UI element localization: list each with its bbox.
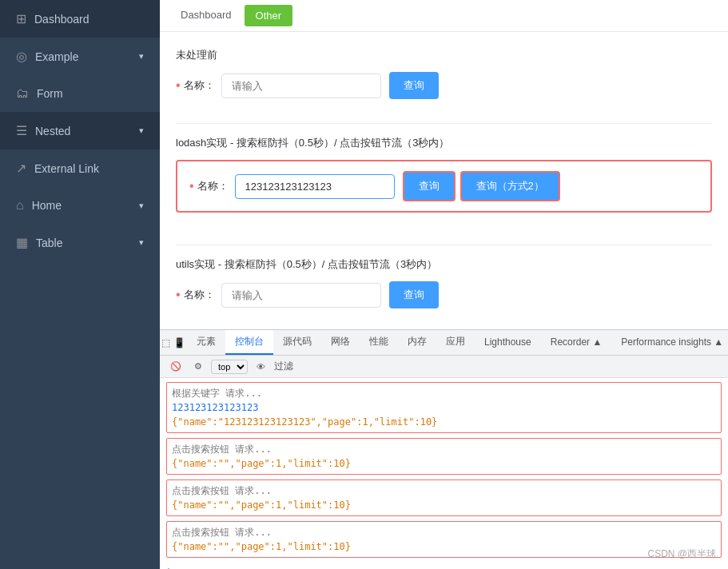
devtools-tab-performance[interactable]: 性能 <box>360 330 398 355</box>
highlighted-form-row: • 名称： 查询 查询（方式2） <box>176 160 712 213</box>
sidebar-item-label: Dashboard <box>34 13 144 26</box>
sidebar-item-label: Nested <box>35 125 139 137</box>
label-text: 名称： <box>197 179 229 193</box>
devtools-tab-lighthouse[interactable]: Lighthouse <box>475 330 541 355</box>
name-input-lodash[interactable] <box>235 174 395 199</box>
devtools-inspect-icon[interactable]: ⬚ <box>160 336 172 350</box>
sidebar-item-example[interactable]: ◎ Example ▾ <box>0 38 160 75</box>
app-wrapper: ⊞ Dashboard ◎ Example ▾ 🗂 Form ☰ Nested … <box>0 0 728 569</box>
example-icon: ◎ <box>16 49 27 64</box>
sidebar-item-label: Table <box>36 237 139 249</box>
section-unprocessed: 未处理前 • 名称： 查询 <box>176 44 712 107</box>
form-label-utils: • 名称： <box>176 288 215 302</box>
eye-icon[interactable]: 👁 <box>253 360 269 373</box>
sidebar-item-external-link[interactable]: ↗ External Link <box>0 149 160 187</box>
section-title-utils: utils实现 - 搜索框防抖（0.5秒）/ 点击按钮节流（3秒内） <box>176 257 712 272</box>
table-icon: ▦ <box>16 235 28 250</box>
clear-console-icon[interactable]: 🚫 <box>166 360 185 373</box>
chevron-down-icon: ▾ <box>139 125 144 136</box>
external-link-icon: ↗ <box>16 161 26 176</box>
top-tabs-bar: Dashboard Other <box>160 0 728 32</box>
nested-icon: ☰ <box>16 123 27 138</box>
tab-dashboard[interactable]: Dashboard <box>168 1 245 30</box>
console-line: {"name":"","page":1,"limit":10} <box>172 456 716 471</box>
console-line: {"name":"","page":1,"limit":10} <box>172 498 716 512</box>
form-row-utils: • 名称： 查询 <box>176 281 712 308</box>
sidebar-item-label: Form <box>37 87 144 100</box>
console-line: 123123123123123 <box>172 400 716 415</box>
cursor-indicator: › <box>166 563 722 569</box>
console-line: 点击搜索按钮 请求... <box>172 525 716 539</box>
page-content: 未处理前 • 名称： 查询 lodash实现 - 搜索框防抖（0.5秒）/ 点击… <box>160 32 728 329</box>
devtools-device-icon[interactable]: 📱 <box>172 336 187 350</box>
settings-icon[interactable]: ⚙ <box>190 360 206 373</box>
sidebar-item-table[interactable]: ▦ Table ▾ <box>0 224 160 261</box>
sidebar-item-label: Home <box>32 199 139 212</box>
section-title-unprocessed: 未处理前 <box>176 48 712 62</box>
chevron-down-icon: ▾ <box>139 201 144 211</box>
required-indicator: • <box>189 180 194 193</box>
form-icon: 🗂 <box>16 86 29 101</box>
query-button-utils[interactable]: 查询 <box>389 281 439 308</box>
dashboard-icon: ⊞ <box>16 11 26 26</box>
console-area: 根据关键字 请求... 123123123123123 {"name":"123… <box>160 378 728 569</box>
console-block-4: 点击搜索按钮 请求... {"name":"","page":1,"limit"… <box>166 521 722 558</box>
console-line: {"name":"","page":1,"limit":10} <box>172 539 716 554</box>
devtools-tab-sources[interactable]: 源代码 <box>273 330 321 355</box>
section-utils: utils实现 - 搜索框防抖（0.5秒）/ 点击按钮节流（3秒内） • 名称：… <box>176 245 712 316</box>
devtools-panel: ⬚ 📱 元素 控制台 源代码 网络 性能 内存 应用 Lighthouse Re… <box>160 329 728 569</box>
sidebar-item-home[interactable]: ⌂ Home ▾ <box>0 187 160 224</box>
chevron-down-icon: ▾ <box>139 51 144 62</box>
devtools-tab-elements[interactable]: 元素 <box>187 330 225 355</box>
form-label-unprocessed: • 名称： <box>176 78 215 93</box>
form-row-lodash: • 名称： 查询 查询（方式2） <box>189 171 698 201</box>
tab-other[interactable]: Other <box>245 5 293 26</box>
console-line: 根据关键字 请求... <box>172 386 716 400</box>
sidebar-item-dashboard[interactable]: ⊞ Dashboard <box>0 0 160 38</box>
watermark: CSDN @西半球 <box>647 547 716 561</box>
console-block-1: 根据关键字 请求... 123123123123123 {"name":"123… <box>166 382 722 433</box>
query-button-lodash[interactable]: 查询 <box>403 171 455 201</box>
devtools-toolbar: 🚫 ⚙ top 👁 过滤 <box>160 356 728 378</box>
required-indicator: • <box>176 288 181 301</box>
form-label-lodash: • 名称： <box>189 179 229 193</box>
sidebar: ⊞ Dashboard ◎ Example ▾ 🗂 Form ☰ Nested … <box>0 0 160 569</box>
devtools-tab-memory[interactable]: 内存 <box>398 330 436 355</box>
devtools-tab-network[interactable]: 网络 <box>321 330 360 355</box>
sidebar-item-label: Example <box>35 50 139 63</box>
level-select[interactable]: top <box>211 360 248 374</box>
label-text: 名称： <box>184 78 215 93</box>
query-button-unprocessed[interactable]: 查询 <box>389 72 439 99</box>
filter-label: 过滤 <box>274 360 293 373</box>
console-block-3: 点击搜索按钮 请求... {"name":"","page":1,"limit"… <box>166 479 722 516</box>
form-row-unprocessed: • 名称： 查询 <box>176 72 712 99</box>
label-text: 名称： <box>184 288 215 302</box>
section-title-lodash: lodash实现 - 搜索框防抖（0.5秒）/ 点击按钮节流（3秒内） <box>176 136 712 150</box>
name-input-unprocessed[interactable] <box>221 74 381 98</box>
console-line: 点击搜索按钮 请求... <box>172 442 716 456</box>
devtools-tab-recorder[interactable]: Recorder ▲ <box>541 330 612 355</box>
name-input-utils[interactable] <box>221 283 381 308</box>
console-block-2: 点击搜索按钮 请求... {"name":"","page":1,"limit"… <box>166 438 722 475</box>
sidebar-item-nested[interactable]: ☰ Nested ▾ <box>0 112 160 149</box>
home-icon: ⌂ <box>16 198 24 213</box>
console-line: {"name":"123123123123123","page":1,"limi… <box>172 415 716 429</box>
sidebar-item-label: External Link <box>34 162 144 175</box>
chevron-down-icon: ▾ <box>139 237 144 248</box>
main-content: Dashboard Other 未处理前 • 名称： 查询 lodash实现 - <box>160 0 728 569</box>
devtools-tab-console[interactable]: 控制台 <box>225 330 273 355</box>
sidebar-item-form[interactable]: 🗂 Form <box>0 75 160 112</box>
required-indicator: • <box>176 79 181 92</box>
query-button-lodash-2[interactable]: 查询（方式2） <box>460 171 560 201</box>
console-line: 点击搜索按钮 请求... <box>172 483 716 498</box>
section-lodash: lodash实现 - 搜索框防抖（0.5秒）/ 点击按钮节流（3秒内） • 名称… <box>176 123 712 229</box>
devtools-tabs-bar: ⬚ 📱 元素 控制台 源代码 网络 性能 内存 应用 Lighthouse Re… <box>160 330 728 356</box>
devtools-tab-application[interactable]: 应用 <box>436 330 475 355</box>
devtools-tab-performance-insights[interactable]: Performance insights ▲ <box>611 330 728 355</box>
